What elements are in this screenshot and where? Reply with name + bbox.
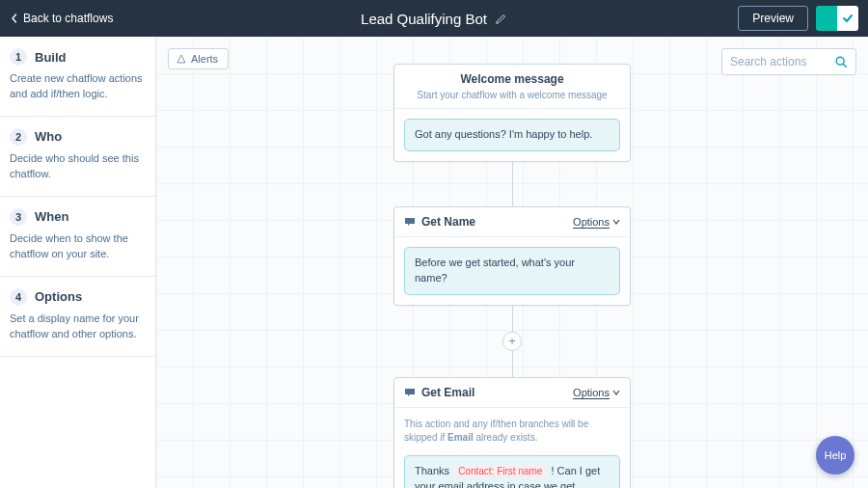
search-actions[interactable] (721, 48, 856, 75)
step-title: Options (35, 289, 82, 304)
node-welcome[interactable]: Welcome message Start your chatflow with… (393, 64, 631, 162)
node-options[interactable]: Options (573, 387, 620, 398)
alerts-label: Alerts (191, 53, 218, 65)
node-title: Get Name (421, 215, 475, 229)
header-actions: Preview (738, 6, 858, 31)
back-label: Back to chatflows (23, 12, 113, 25)
connector (512, 306, 513, 333)
page-title: Lead Qualifying Bot (361, 11, 487, 27)
sidebar-step-options[interactable]: 4 Options Set a display name for your ch… (0, 277, 155, 357)
step-desc: Decide when to show the chatflow on your… (10, 231, 146, 262)
message-bubble: Got any questions? I'm happy to help. (404, 119, 620, 151)
alerts-button[interactable]: Alerts (168, 48, 229, 69)
chevron-left-icon (10, 14, 19, 23)
svg-line-1 (843, 64, 846, 67)
sidebar: 1 Build Create new chatflow actions and … (0, 37, 156, 488)
message-bubble: Thanks Contact: First name ! Can I get y… (404, 455, 620, 488)
node-get-name[interactable]: Get Name Options Before we get started, … (393, 206, 631, 306)
step-number: 4 (10, 288, 27, 306)
node-header: Welcome message Start your chatflow with… (394, 65, 630, 109)
back-link[interactable]: Back to chatflows (10, 12, 113, 25)
step-number: 3 (10, 208, 27, 226)
sidebar-step-build[interactable]: 1 Build Create new chatflow actions and … (0, 37, 155, 117)
chat-icon (404, 216, 416, 228)
warning-icon (176, 54, 186, 64)
chat-icon (404, 387, 416, 398)
help-button[interactable]: Help (816, 436, 854, 474)
node-title: Welcome message (404, 72, 620, 86)
caret-down-icon (612, 389, 620, 396)
step-desc: Create new chatflow actions and add if/t… (10, 71, 146, 102)
node-get-email[interactable]: Get Email Options This action and any if… (393, 377, 631, 488)
step-desc: Set a display name for your chatflow and… (10, 312, 146, 342)
step-desc: Decide who should see this chatflow. (10, 151, 146, 182)
confirm-toggle-on (837, 6, 858, 31)
node-subtitle: Start your chatflow with a welcome messa… (404, 90, 620, 100)
app-header: Back to chatflows Lead Qualifying Bot Pr… (0, 0, 868, 37)
step-title: Build (35, 50, 67, 65)
search-icon (834, 55, 848, 68)
skip-note: This action and any if/then branches wil… (404, 418, 620, 446)
node-header: Get Name Options (394, 207, 630, 237)
contact-token: Contact: First name (454, 465, 546, 477)
connector (512, 350, 513, 377)
sidebar-step-who[interactable]: 2 Who Decide who should see this chatflo… (0, 117, 155, 197)
node-title: Get Email (421, 386, 475, 399)
title-wrap: Lead Qualifying Bot (361, 11, 507, 27)
step-title: Who (35, 129, 62, 144)
node-options[interactable]: Options (573, 216, 620, 228)
step-number: 2 (10, 128, 27, 146)
confirm-toggle[interactable] (816, 6, 858, 31)
message-bubble: Before we get started, what's your name? (404, 247, 620, 295)
step-title: When (35, 209, 68, 224)
preview-button[interactable]: Preview (738, 6, 808, 31)
connector (512, 162, 513, 206)
sidebar-step-when[interactable]: 3 When Decide when to show the chatflow … (0, 197, 155, 277)
confirm-toggle-off (816, 6, 837, 31)
node-header: Get Email Options (394, 378, 630, 408)
step-number: 1 (10, 48, 27, 66)
add-node-button[interactable]: + (502, 332, 522, 351)
pencil-icon[interactable] (495, 13, 507, 25)
flow-column: Welcome message Start your chatflow with… (393, 64, 631, 488)
caret-down-icon (612, 218, 620, 226)
check-icon (842, 13, 854, 24)
canvas[interactable]: Alerts Welcome message Start your chatfl… (156, 37, 868, 488)
search-input[interactable] (730, 55, 834, 68)
